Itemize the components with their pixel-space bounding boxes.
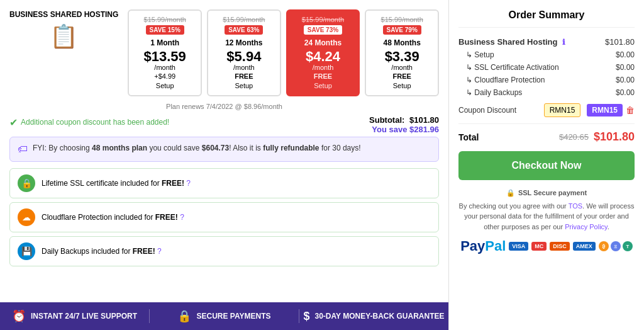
feature-text: Lifetime SSL certificate included for FR… xyxy=(42,179,191,188)
plan-card-0[interactable]: $15.99/month SAVE 15% 1 Month $13.59 /mo… xyxy=(128,9,202,96)
fyi-box: 🏷 FYI: By choosing 48 months plan you co… xyxy=(9,137,439,162)
coupon-label: Coupon Discount xyxy=(458,106,516,115)
plan-price: $4.24 xyxy=(292,50,354,64)
footer-icon-0: ⏰ xyxy=(12,309,26,323)
main-item-amount: $101.80 xyxy=(605,37,635,47)
plan-price: $5.94 xyxy=(213,50,275,64)
save-badge: SAVE 63% xyxy=(225,25,263,35)
ssl-text: By checking out you agree with our TOS. … xyxy=(458,201,635,232)
left-panel: BUSINESS SHARED HOSTING 📋 $15.99/month S… xyxy=(0,0,449,330)
sub-item-3: ↳ Daily Backups $0.00 xyxy=(458,88,635,97)
feature-icon-backup: 💾 xyxy=(18,242,35,260)
bitcoin-icon: ₿ xyxy=(599,241,609,251)
plan-price: $3.39 xyxy=(371,50,433,64)
hosting-header: BUSINESS SHARED HOSTING 📋 $15.99/month S… xyxy=(9,9,439,96)
privacy-link[interactable]: Privacy Policy xyxy=(565,223,608,230)
crypto-icons: ₿ Ξ T xyxy=(599,241,633,251)
feature-icon-ssl: 🔒 xyxy=(18,174,35,192)
features-container: 🔒 Lifetime SSL certificate included for … xyxy=(9,168,439,266)
paypal-logo: PayPal xyxy=(460,238,506,254)
plan-renewal: Plan renews 7/4/2022 @ $8.96/month xyxy=(9,103,439,110)
sub-items-container: ↳ Setup $0.00 ↳ SSL Certificate Activati… xyxy=(458,50,635,97)
feature-item-2: 💾 Daily Backups included for FREE! ? xyxy=(9,236,439,266)
footer-item-0: ⏰ INSTANT 24/7 LIVE SUPPORT xyxy=(0,309,150,323)
main-item-line: Business Shared Hosting ℹ $101.80 xyxy=(458,37,635,47)
sub-item-label: ↳ Cloudflare Protection xyxy=(466,76,545,84)
fyi-text: FYI: By choosing 48 months plan you coul… xyxy=(33,144,361,152)
feature-info-icon[interactable]: ? xyxy=(157,247,162,256)
footer-bar: ⏰ INSTANT 24/7 LIVE SUPPORT 🔒 SECURE PAY… xyxy=(0,302,448,330)
sub-item-label: ↳ Setup xyxy=(466,50,494,59)
coupon-code-badge: RMN15 xyxy=(587,104,623,117)
footer-icon-2: $ xyxy=(303,310,309,323)
plans-grid: $15.99/month SAVE 15% 1 Month $13.59 /mo… xyxy=(128,9,439,96)
tos-link[interactable]: TOS xyxy=(569,202,582,210)
ethereum-icon: Ξ xyxy=(611,241,621,251)
coupon-input-area: RMN15 RMN15 🗑 xyxy=(544,103,635,117)
checkout-button[interactable]: Checkout Now xyxy=(458,151,635,180)
save-badge: SAVE 79% xyxy=(383,25,421,35)
coupon-row: Coupon Discount RMN15 RMN15 🗑 xyxy=(458,103,635,117)
total-row: Total $420.65 $101.80 xyxy=(458,123,635,144)
plan-price-unit: /month xyxy=(134,64,196,71)
ssl-header: 🔒 SSL Secure payment xyxy=(458,188,635,198)
info-icon: ℹ xyxy=(562,38,565,47)
hosting-title: BUSINESS SHARED HOSTING 📋 xyxy=(9,9,118,50)
footer-item-2: $ 30-DAY MONEY-BACK GUARANTEE xyxy=(299,310,448,323)
sub-item-amount: $0.00 xyxy=(616,50,635,59)
fyi-icon: 🏷 xyxy=(18,144,28,155)
sub-item-label: ↳ Daily Backups xyxy=(466,88,522,97)
sub-item-amount: $0.00 xyxy=(616,63,635,72)
right-panel: Order Summary Business Shared Hosting ℹ … xyxy=(449,0,644,330)
coupon-success-msg: ✔ Additional coupon discount has been ad… xyxy=(9,117,169,128)
payment-logos: PayPal VISA MC DISC AMEX ₿ Ξ T xyxy=(458,238,635,254)
order-summary-title: Order Summary xyxy=(458,9,635,28)
plan-card-3[interactable]: $15.99/month SAVE 79% 48 Months $3.39 /m… xyxy=(365,9,439,96)
total-old-price: $420.65 xyxy=(559,132,589,142)
plan-card-2[interactable]: $15.99/month SAVE 73% 24 Months $4.24 /m… xyxy=(286,9,360,96)
plan-old-price: $15.99/month xyxy=(213,16,275,23)
amex-badge: AMEX xyxy=(573,242,596,251)
hosting-icon: 📋 xyxy=(9,23,118,50)
discover-badge: DISC xyxy=(550,242,570,251)
sub-item-0: ↳ Setup $0.00 xyxy=(458,50,635,59)
plan-old-price: $15.99/month xyxy=(134,16,196,23)
coupon-input-value[interactable]: RMN15 xyxy=(544,103,581,117)
feature-info-icon[interactable]: ? xyxy=(186,179,191,188)
visa-badge: VISA xyxy=(509,242,528,251)
feature-item-1: ☁ Cloudflare Protection included for FRE… xyxy=(9,202,439,232)
feature-text: Daily Backups included for FREE! ? xyxy=(42,247,162,256)
ssl-note: 🔒 SSL Secure payment By checking out you… xyxy=(458,188,635,232)
sub-item-2: ↳ Cloudflare Protection $0.00 xyxy=(458,76,635,84)
plan-price-unit: /month xyxy=(371,64,433,71)
plan-duration: 48 Months xyxy=(371,38,433,47)
total-label: Total xyxy=(458,132,479,142)
lock-icon: 🔒 xyxy=(506,188,515,198)
delete-coupon-icon[interactable]: 🗑 xyxy=(626,105,635,115)
feature-info-icon[interactable]: ? xyxy=(180,213,184,222)
plans-container: $15.99/month SAVE 15% 1 Month $13.59 /mo… xyxy=(128,9,439,96)
footer-icon-1: 🔒 xyxy=(177,309,191,323)
plan-duration: 1 Month xyxy=(134,38,196,47)
plan-old-price: $15.99/month xyxy=(292,16,354,23)
footer-item-1: 🔒 SECURE PAYMENTS xyxy=(150,309,299,323)
plan-duration: 24 Months xyxy=(292,38,354,47)
save-badge: SAVE 15% xyxy=(146,25,184,35)
plan-old-price: $15.99/month xyxy=(371,16,433,23)
plan-price-unit: /month xyxy=(292,64,354,71)
mastercard-badge: MC xyxy=(531,242,547,251)
plan-price-unit: /month xyxy=(213,64,275,71)
total-new-price: $101.80 xyxy=(594,130,635,144)
main-item-label: Business Shared Hosting ℹ xyxy=(458,37,565,47)
plan-duration: 12 Months xyxy=(213,38,275,47)
feature-item-0: 🔒 Lifetime SSL certificate included for … xyxy=(9,168,439,198)
footer-label-1: SECURE PAYMENTS xyxy=(196,312,270,321)
feature-icon-cloud: ☁ xyxy=(18,208,35,226)
subtotal-line: Subtotal: $101.80 xyxy=(369,115,439,125)
sub-item-1: ↳ SSL Certificate Activation $0.00 xyxy=(458,63,635,72)
usdt-icon: T xyxy=(623,241,633,251)
plan-card-1[interactable]: $15.99/month SAVE 63% 12 Months $5.94 /m… xyxy=(207,9,281,96)
save-badge: SAVE 73% xyxy=(304,25,342,35)
total-amounts: $420.65 $101.80 xyxy=(559,130,635,144)
savings-line: You save $281.96 xyxy=(369,125,439,134)
